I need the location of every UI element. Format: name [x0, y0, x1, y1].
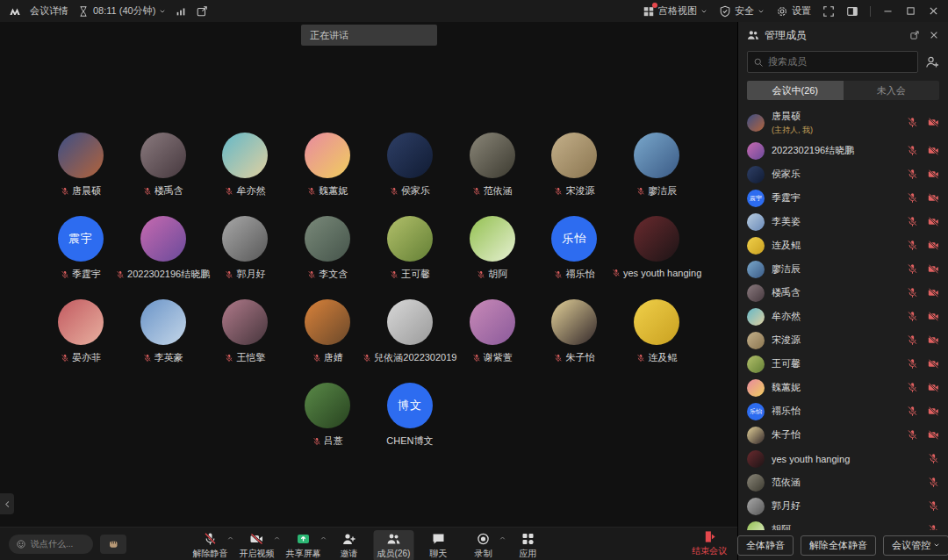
participant-tile[interactable]: 兒依涵2022302019 [369, 299, 451, 364]
mic-muted-icon[interactable] [907, 358, 918, 370]
member-row[interactable]: 郭月好 [747, 494, 939, 518]
toolbar-apps-button[interactable]: 应用 [508, 530, 549, 560]
member-row[interactable]: 侯家乐 [747, 162, 939, 186]
tab-in-meeting[interactable]: 会议中(26) [747, 81, 844, 100]
mic-muted-icon[interactable] [928, 477, 939, 488]
participant-tile[interactable]: 博文CHEN博文 [369, 383, 451, 448]
member-row[interactable]: 廖洁辰 [747, 257, 939, 281]
member-row[interactable]: 胡阿 [747, 518, 939, 530]
mic-muted-icon[interactable] [907, 169, 918, 180]
mic-muted-icon[interactable] [907, 429, 918, 441]
participant-tile[interactable]: 楼禹含 [122, 133, 205, 197]
member-row[interactable]: 唐晨硕(主持人, 我) [747, 106, 939, 139]
participant-tile[interactable]: 胡阿 [451, 216, 534, 281]
toolbar-chat-button[interactable]: 聊天 [419, 530, 459, 560]
end-meeting-button[interactable]: 结束会议 [692, 530, 727, 557]
participant-tile[interactable]: 范依涵 [451, 133, 534, 197]
maximize-button[interactable] [905, 5, 916, 17]
participant-tile[interactable]: 乐怡禤乐怡 [534, 216, 616, 281]
mic-muted-icon[interactable] [907, 287, 918, 298]
toolbar-share-screen-button[interactable]: 共享屏幕 [283, 530, 325, 560]
participant-tile[interactable]: 王可馨 [369, 216, 451, 281]
camera-off-icon[interactable] [928, 192, 939, 204]
mic-muted-icon[interactable] [928, 500, 939, 512]
mic-muted-icon[interactable] [907, 406, 918, 417]
panel-toggle-icon[interactable] [846, 5, 858, 18]
mic-muted-icon[interactable] [907, 382, 918, 393]
tab-not-joined[interactable]: 未入会 [844, 81, 940, 100]
camera-off-icon[interactable] [928, 358, 939, 370]
camera-off-icon[interactable] [928, 263, 939, 275]
participant-tile[interactable]: 魏蕙妮 [286, 133, 369, 197]
camera-off-icon[interactable] [928, 287, 939, 298]
close-window-button[interactable] [928, 5, 939, 17]
camera-off-icon[interactable] [928, 216, 939, 227]
mic-muted-icon[interactable] [907, 240, 918, 251]
member-row[interactable]: 李美姿 [747, 210, 939, 233]
meeting-control-button[interactable]: 会议管控 [883, 535, 948, 556]
camera-off-icon[interactable] [928, 145, 939, 156]
mute-all-button[interactable]: 全体静音 [737, 535, 794, 556]
member-row[interactable]: 2022302196结晓鹏 [747, 139, 939, 162]
open-external-icon[interactable] [196, 5, 208, 18]
fullscreen-icon[interactable] [822, 5, 835, 18]
member-row[interactable]: 牟亦然 [747, 305, 939, 328]
security-button[interactable]: 安全 [719, 4, 765, 18]
member-row[interactable]: 范依涵 [747, 470, 939, 494]
toolbar-invite-button[interactable]: 邀请 [329, 530, 370, 560]
member-row[interactable]: 朱子怡 [747, 423, 939, 447]
member-row[interactable]: yes youth hanging [747, 447, 939, 470]
participant-tile[interactable]: 牟亦然 [205, 133, 287, 197]
mic-muted-icon[interactable] [907, 192, 918, 204]
participant-tile[interactable]: 震宇季霆宇 [40, 216, 122, 281]
participant-tile[interactable]: 李文含 [286, 216, 369, 281]
participant-tile[interactable]: 侯家乐 [369, 133, 451, 197]
quick-chat-input[interactable]: 说点什么... [9, 535, 93, 554]
camera-off-icon[interactable] [928, 334, 939, 346]
member-row[interactable]: 连及鲲 [747, 233, 939, 257]
participant-tile[interactable]: 廖洁辰 [615, 133, 698, 197]
chevron-up-icon[interactable] [274, 535, 281, 542]
member-row[interactable]: 震宇季霆宇 [747, 186, 939, 210]
participant-tile[interactable]: 2022302196结晓鹏 [122, 216, 205, 281]
member-row[interactable]: 宋浚源 [747, 328, 939, 352]
minimize-button[interactable] [882, 5, 894, 17]
meeting-details-button[interactable]: 会议详情 [30, 4, 68, 18]
toolbar-mic-off-button[interactable]: 解除静音 [190, 530, 232, 560]
toolbar-cam-off-button[interactable]: 开启视频 [236, 530, 278, 560]
chevron-up-icon[interactable] [499, 535, 506, 542]
mic-muted-icon[interactable] [928, 453, 939, 464]
collapse-handle[interactable] [0, 493, 14, 514]
participant-tile[interactable]: 宋浚源 [534, 133, 616, 197]
settings-button[interactable]: 设置 [776, 4, 811, 18]
mic-muted-icon[interactable] [907, 334, 918, 346]
network-signal-icon[interactable] [175, 5, 187, 18]
mic-muted-icon[interactable] [928, 524, 939, 530]
participant-tile[interactable]: 吕薏 [286, 383, 369, 448]
mic-muted-icon[interactable] [907, 145, 918, 156]
reaction-fist-button[interactable] [100, 535, 126, 554]
member-row[interactable]: 魏蕙妮 [747, 376, 939, 399]
mic-muted-icon[interactable] [907, 311, 918, 322]
unmute-all-button[interactable]: 解除全体静音 [801, 535, 876, 556]
participant-tile[interactable]: 朱子怡 [534, 299, 616, 364]
add-member-button[interactable] [925, 55, 939, 69]
participant-tile[interactable]: 唐晨硕 [40, 133, 122, 197]
layout-view-button[interactable]: 宫格视图 [643, 4, 707, 18]
mic-muted-icon[interactable] [907, 117, 918, 128]
camera-off-icon[interactable] [928, 311, 939, 322]
mic-muted-icon[interactable] [907, 216, 918, 227]
search-members-input[interactable]: 搜索成员 [747, 51, 918, 73]
participant-tile[interactable]: 李英豪 [122, 299, 205, 364]
popout-panel-icon[interactable] [909, 30, 920, 40]
member-row[interactable]: 乐怡禤乐怡 [747, 399, 939, 423]
participant-tile[interactable]: 王恺擎 [205, 299, 287, 364]
toolbar-members-button[interactable]: 成员(26) [374, 530, 414, 560]
participant-tile[interactable]: 连及鲲 [615, 299, 698, 364]
camera-off-icon[interactable] [928, 429, 939, 441]
toolbar-record-button[interactable]: 录制 [463, 530, 504, 560]
camera-off-icon[interactable] [928, 382, 939, 393]
camera-off-icon[interactable] [928, 117, 939, 128]
member-row[interactable]: 楼禹含 [747, 281, 939, 305]
camera-off-icon[interactable] [928, 240, 939, 251]
